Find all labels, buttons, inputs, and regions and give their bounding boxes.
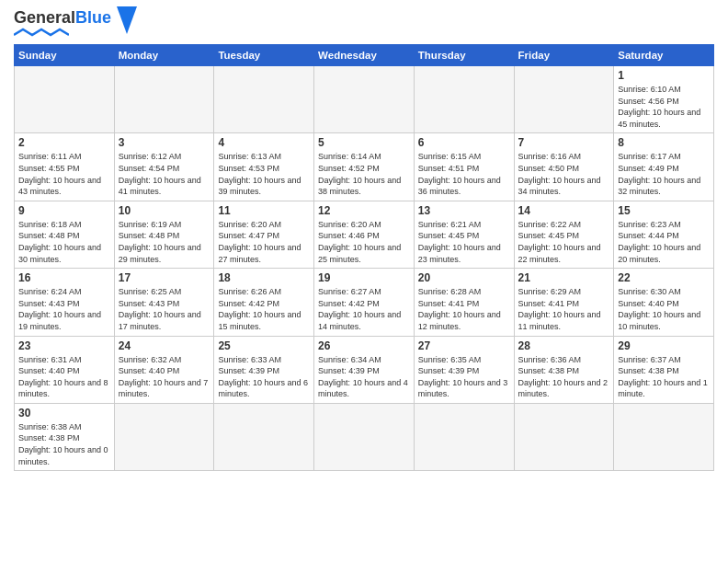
day-info: Sunrise: 6:17 AM Sunset: 4:49 PM Dayligh… <box>618 151 710 197</box>
day-info: Sunrise: 6:22 AM Sunset: 4:45 PM Dayligh… <box>518 219 610 265</box>
day-info: Sunrise: 6:36 AM Sunset: 4:38 PM Dayligh… <box>518 354 610 400</box>
day-number: 8 <box>618 136 710 149</box>
day-number: 18 <box>218 271 310 284</box>
svg-marker-0 <box>117 6 137 34</box>
day-info: Sunrise: 6:25 AM Sunset: 4:43 PM Dayligh… <box>119 286 210 332</box>
calendar-cell: 18Sunrise: 6:26 AM Sunset: 4:42 PM Dayli… <box>214 269 314 336</box>
calendar-cell: 28Sunrise: 6:36 AM Sunset: 4:38 PM Dayli… <box>514 336 614 403</box>
calendar-cell: 10Sunrise: 6:19 AM Sunset: 4:48 PM Dayli… <box>114 201 214 268</box>
day-info: Sunrise: 6:37 AM Sunset: 4:38 PM Dayligh… <box>618 354 710 400</box>
day-info: Sunrise: 6:18 AM Sunset: 4:48 PM Dayligh… <box>18 219 110 265</box>
calendar-cell: 19Sunrise: 6:27 AM Sunset: 4:42 PM Dayli… <box>314 269 415 336</box>
calendar-cell: 11Sunrise: 6:20 AM Sunset: 4:47 PM Dayli… <box>214 201 314 268</box>
calendar-table: SundayMondayTuesdayWednesdayThursdayFrid… <box>14 44 714 471</box>
calendar-cell <box>214 66 314 133</box>
day-number: 23 <box>18 339 110 352</box>
day-info: Sunrise: 6:29 AM Sunset: 4:41 PM Dayligh… <box>518 286 610 332</box>
calendar-cell: 17Sunrise: 6:25 AM Sunset: 4:43 PM Dayli… <box>114 269 214 336</box>
day-number: 11 <box>218 204 310 217</box>
day-number: 24 <box>119 339 210 352</box>
day-number: 20 <box>418 271 510 284</box>
day-number: 14 <box>518 204 610 217</box>
day-info: Sunrise: 6:11 AM Sunset: 4:55 PM Dayligh… <box>18 151 110 197</box>
day-info: Sunrise: 6:20 AM Sunset: 4:47 PM Dayligh… <box>218 219 310 265</box>
calendar-cell: 13Sunrise: 6:21 AM Sunset: 4:45 PM Dayli… <box>414 201 514 268</box>
day-info: Sunrise: 6:34 AM Sunset: 4:39 PM Dayligh… <box>318 354 410 400</box>
calendar-cell: 22Sunrise: 6:30 AM Sunset: 4:40 PM Dayli… <box>614 269 714 336</box>
day-info: Sunrise: 6:19 AM Sunset: 4:48 PM Dayligh… <box>119 219 210 265</box>
weekday-header-sunday: Sunday <box>15 45 115 66</box>
calendar-cell: 26Sunrise: 6:34 AM Sunset: 4:39 PM Dayli… <box>314 336 415 403</box>
logo-wave-icon <box>14 26 69 39</box>
page: GeneralBlue SundayMondayTuesdayWednesday… <box>0 0 728 563</box>
day-info: Sunrise: 6:13 AM Sunset: 4:53 PM Dayligh… <box>218 151 310 197</box>
day-info: Sunrise: 6:27 AM Sunset: 4:42 PM Dayligh… <box>318 286 410 332</box>
day-info: Sunrise: 6:23 AM Sunset: 4:44 PM Dayligh… <box>618 219 710 265</box>
calendar-cell <box>214 403 314 470</box>
weekday-header-saturday: Saturday <box>614 45 714 66</box>
weekday-header-friday: Friday <box>514 45 614 66</box>
calendar-cell: 5Sunrise: 6:14 AM Sunset: 4:52 PM Daylig… <box>314 133 415 201</box>
calendar-cell <box>314 66 415 133</box>
header: GeneralBlue <box>14 9 714 39</box>
day-info: Sunrise: 6:24 AM Sunset: 4:43 PM Dayligh… <box>18 286 110 332</box>
weekday-header-wednesday: Wednesday <box>314 45 415 66</box>
logo: GeneralBlue <box>14 9 137 39</box>
day-info: Sunrise: 6:10 AM Sunset: 4:56 PM Dayligh… <box>618 84 710 130</box>
day-number: 25 <box>218 339 310 352</box>
day-info: Sunrise: 6:31 AM Sunset: 4:40 PM Dayligh… <box>18 354 110 400</box>
day-number: 19 <box>318 271 410 284</box>
day-number: 10 <box>119 204 210 217</box>
calendar-cell: 27Sunrise: 6:35 AM Sunset: 4:39 PM Dayli… <box>414 336 514 403</box>
day-info: Sunrise: 6:30 AM Sunset: 4:40 PM Dayligh… <box>618 286 710 332</box>
calendar-cell: 1Sunrise: 6:10 AM Sunset: 4:56 PM Daylig… <box>614 66 714 133</box>
day-number: 29 <box>618 339 710 352</box>
calendar-cell: 20Sunrise: 6:28 AM Sunset: 4:41 PM Dayli… <box>414 269 514 336</box>
calendar-cell: 30Sunrise: 6:38 AM Sunset: 4:38 PM Dayli… <box>15 403 115 470</box>
calendar-cell <box>414 66 514 133</box>
calendar-cell: 6Sunrise: 6:15 AM Sunset: 4:51 PM Daylig… <box>414 133 514 201</box>
calendar-cell <box>114 66 214 133</box>
calendar-cell: 8Sunrise: 6:17 AM Sunset: 4:49 PM Daylig… <box>614 133 714 201</box>
day-number: 30 <box>18 407 110 419</box>
weekday-header-monday: Monday <box>114 45 214 66</box>
day-info: Sunrise: 6:32 AM Sunset: 4:40 PM Dayligh… <box>119 354 210 400</box>
day-number: 5 <box>318 136 410 149</box>
day-number: 13 <box>418 204 510 217</box>
calendar-cell: 15Sunrise: 6:23 AM Sunset: 4:44 PM Dayli… <box>614 201 714 268</box>
day-info: Sunrise: 6:35 AM Sunset: 4:39 PM Dayligh… <box>418 354 510 400</box>
logo-triangle-icon <box>117 6 137 34</box>
calendar-cell: 29Sunrise: 6:37 AM Sunset: 4:38 PM Dayli… <box>614 336 714 403</box>
calendar-week-3: 9Sunrise: 6:18 AM Sunset: 4:48 PM Daylig… <box>15 201 714 268</box>
day-info: Sunrise: 6:33 AM Sunset: 4:39 PM Dayligh… <box>218 354 310 400</box>
calendar-week-1: 1Sunrise: 6:10 AM Sunset: 4:56 PM Daylig… <box>15 66 714 133</box>
day-info: Sunrise: 6:21 AM Sunset: 4:45 PM Dayligh… <box>418 219 510 265</box>
day-number: 27 <box>418 339 510 352</box>
logo-text: GeneralBlue <box>14 9 111 26</box>
calendar-cell <box>614 403 714 470</box>
calendar-week-6: 30Sunrise: 6:38 AM Sunset: 4:38 PM Dayli… <box>15 403 714 470</box>
calendar-cell: 21Sunrise: 6:29 AM Sunset: 4:41 PM Dayli… <box>514 269 614 336</box>
day-number: 15 <box>618 204 710 217</box>
calendar-cell <box>114 403 214 470</box>
day-info: Sunrise: 6:28 AM Sunset: 4:41 PM Dayligh… <box>418 286 510 332</box>
day-number: 12 <box>318 204 410 217</box>
day-number: 22 <box>618 271 710 284</box>
day-number: 16 <box>18 271 110 284</box>
calendar-cell <box>514 403 614 470</box>
calendar-cell <box>314 403 415 470</box>
calendar-cell <box>15 66 115 133</box>
calendar-cell: 3Sunrise: 6:12 AM Sunset: 4:54 PM Daylig… <box>114 133 214 201</box>
calendar-cell <box>514 66 614 133</box>
weekday-header-tuesday: Tuesday <box>214 45 314 66</box>
calendar-cell <box>414 403 514 470</box>
day-number: 26 <box>318 339 410 352</box>
calendar-cell: 7Sunrise: 6:16 AM Sunset: 4:50 PM Daylig… <box>514 133 614 201</box>
day-info: Sunrise: 6:26 AM Sunset: 4:42 PM Dayligh… <box>218 286 310 332</box>
day-number: 21 <box>518 271 610 284</box>
day-number: 3 <box>119 136 210 149</box>
calendar-cell: 9Sunrise: 6:18 AM Sunset: 4:48 PM Daylig… <box>15 201 115 268</box>
calendar-cell: 23Sunrise: 6:31 AM Sunset: 4:40 PM Dayli… <box>15 336 115 403</box>
day-number: 4 <box>218 136 310 149</box>
weekday-header-thursday: Thursday <box>414 45 514 66</box>
